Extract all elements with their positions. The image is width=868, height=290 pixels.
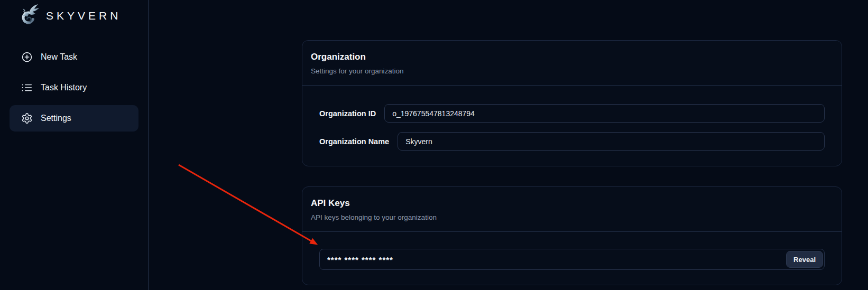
- organization-name-input[interactable]: [398, 132, 825, 151]
- api-keys-card-body: Reveal: [302, 232, 842, 285]
- sidebar-item-label: Task History: [41, 83, 87, 92]
- sidebar-item-label: New Task: [41, 52, 77, 62]
- api-keys-card: API Keys API keys belonging to your orga…: [302, 186, 842, 285]
- sidebar-nav: New Task Task History: [10, 44, 138, 132]
- main-content: Organization Settings for your organizat…: [149, 0, 868, 290]
- api-keys-card-title: API Keys: [311, 198, 833, 209]
- app-root: SKYVERN New Task Ta: [0, 0, 868, 290]
- gear-icon: [21, 113, 33, 124]
- skyvern-logo[interactable]: SKYVERN: [10, 2, 138, 30]
- sidebar-item-label: Settings: [41, 114, 71, 123]
- api-key-input[interactable]: [319, 249, 825, 270]
- organization-id-row: Organization ID: [319, 104, 825, 123]
- skyvern-dragon-icon: [15, 3, 41, 29]
- organization-name-label: Organization Name: [319, 137, 389, 146]
- sidebar-item-new-task[interactable]: New Task: [10, 44, 138, 70]
- organization-card-header: Organization Settings for your organizat…: [302, 41, 842, 86]
- sidebar-item-task-history[interactable]: Task History: [10, 74, 138, 101]
- brand-name: SKYVERN: [46, 10, 121, 22]
- list-icon: [21, 82, 33, 93]
- organization-id-label: Organization ID: [319, 109, 376, 118]
- api-keys-card-header: API Keys API keys belonging to your orga…: [302, 187, 842, 232]
- sidebar: SKYVERN New Task Ta: [0, 0, 149, 290]
- api-key-row: Reveal: [319, 249, 825, 270]
- organization-card-body: Organization ID Organization Name: [302, 86, 842, 166]
- organization-id-input[interactable]: [384, 104, 825, 123]
- api-keys-card-subtitle: API keys belonging to your organization: [311, 213, 833, 222]
- organization-card: Organization Settings for your organizat…: [302, 40, 842, 166]
- reveal-button[interactable]: Reveal: [786, 251, 823, 268]
- organization-name-row: Organization Name: [319, 132, 825, 151]
- sidebar-item-settings[interactable]: Settings: [10, 105, 138, 132]
- plus-circle-icon: [21, 51, 33, 63]
- organization-card-title: Organization: [311, 51, 833, 63]
- organization-card-subtitle: Settings for your organization: [311, 67, 833, 76]
